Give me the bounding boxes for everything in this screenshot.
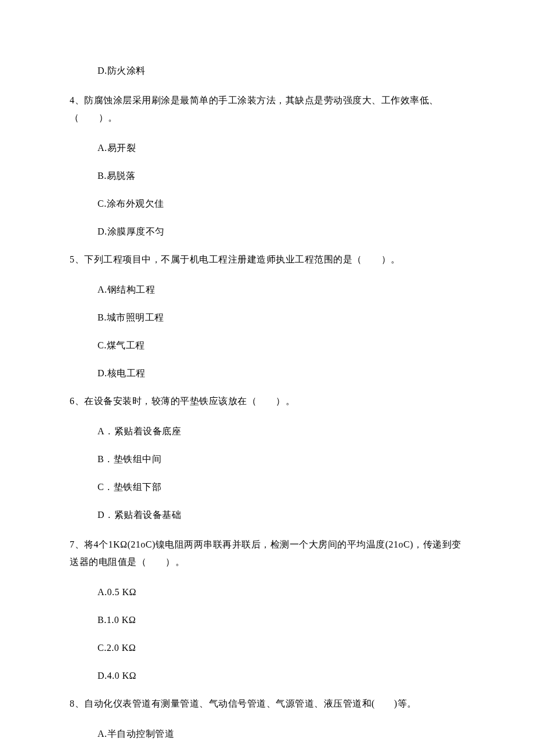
q6-option-b: B．垫铁组中间 xyxy=(70,452,464,466)
q6-option-c: C．垫铁组下部 xyxy=(70,480,464,494)
q6-option-d: D．紧贴着设备基础 xyxy=(70,508,464,522)
q5-option-a: A.钢结构工程 xyxy=(70,283,464,297)
q4-text: 4、防腐蚀涂层采用刷涂是最简单的手工涂装方法，其缺点是劳动强度大、工作效率低、（… xyxy=(70,92,464,127)
q4-option-a: A.易开裂 xyxy=(70,141,464,155)
q5-option-c: C.煤气工程 xyxy=(70,339,464,352)
q7-option-d: D.4.0 KΩ xyxy=(70,669,464,683)
q7-option-c: C.2.0 KΩ xyxy=(70,641,464,655)
q7-option-b: B.1.0 KΩ xyxy=(70,613,464,627)
q8-text: 8、自动化仪表管道有测量管道、气动信号管道、气源管道、液压管道和( )等。 xyxy=(70,697,464,711)
q7-option-a: A.0.5 KΩ xyxy=(70,585,464,599)
q6-text: 6、在设备安装时，较薄的平垫铁应该放在（ ）。 xyxy=(70,394,464,408)
q4-option-b: B.易脱落 xyxy=(70,169,464,183)
q7-text: 7、将4个1KΩ(21oC)镍电阻两两串联再并联后，检测一个大房间的平均温度(2… xyxy=(70,536,464,571)
q8-option-a: A.半自动控制管道 xyxy=(70,727,464,741)
q6-option-a: A．紧贴着设备底座 xyxy=(70,424,464,438)
q4-option-d: D.涂膜厚度不匀 xyxy=(70,225,464,239)
q4-option-c: C.涂布外观欠佳 xyxy=(70,197,464,211)
q5-option-d: D.核电工程 xyxy=(70,366,464,380)
q5-option-b: B.城市照明工程 xyxy=(70,311,464,325)
q3-option-d: D.防火涂料 xyxy=(70,64,464,78)
q5-text: 5、下列工程项目中，不属于机电工程注册建造师执业工程范围的是（ ）。 xyxy=(70,253,464,267)
